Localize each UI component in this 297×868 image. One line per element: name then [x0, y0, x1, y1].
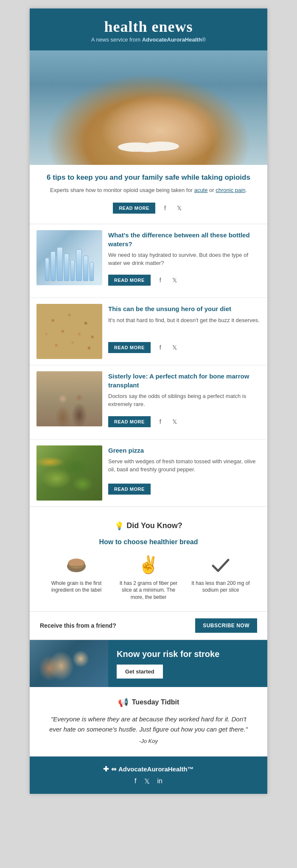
tidbit-quote: "Everyone is where they are at because t…	[47, 714, 250, 734]
sisters-facebook-icon[interactable]: f	[156, 417, 165, 426]
article-thumb-sisters	[36, 371, 102, 426]
article-content-water: What's the difference between all these …	[108, 230, 261, 292]
article-content-pizza: Green pizza Serve with wedges of fresh t…	[108, 445, 261, 501]
water-twitter-icon[interactable]: 𝕏	[170, 275, 179, 285]
hero-twitter-icon[interactable]: 𝕏	[175, 203, 184, 213]
tuesday-tidbit-section: 📢 Tuesday Tidbit "Everyone is where they…	[30, 687, 267, 757]
email-footer: ✚ ⇔ AdvocateAuroraHealth™ f 𝕏 in	[30, 757, 267, 794]
article-thumb-pizza	[36, 445, 102, 501]
hero-image	[30, 50, 267, 165]
article-desc-pizza: Serve with wedges of fresh tomato tossed…	[108, 458, 261, 476]
cross-icon: ✚	[103, 765, 109, 773]
article-content-sisters: Sisterly love: A perfect match for bone …	[108, 371, 261, 433]
checkmark-icon	[210, 554, 231, 576]
footer-facebook-icon[interactable]: f	[134, 777, 136, 785]
article-title-water: What's the difference between all these …	[108, 231, 261, 248]
hero-section: 6 tips to keep you and your family safe …	[30, 165, 267, 224]
sisters-twitter-icon[interactable]: 𝕏	[170, 417, 179, 426]
footer-social-links: f 𝕏 in	[38, 777, 259, 785]
beans-twitter-icon[interactable]: 𝕏	[170, 343, 179, 352]
article-thumb-water	[36, 230, 102, 285]
hero-actions: READ MORE f 𝕏	[47, 199, 250, 220]
lightbulb-icon: 💡	[115, 515, 124, 537]
bread-tips-container: Whole grain is the first ingredient on t…	[42, 554, 255, 601]
did-you-know-subtitle: How to choose healthier bread	[42, 538, 255, 546]
sisters-illustration	[36, 371, 102, 426]
hero-title: 6 tips to keep you and your family safe …	[47, 172, 250, 183]
article-thumb-beans	[36, 304, 102, 359]
pizza-read-more-button[interactable]: READ MORE	[108, 484, 151, 495]
stroke-banner: Know your risk for stroke Get started	[30, 640, 267, 687]
stroke-banner-content: Know your risk for stroke Get started	[108, 640, 267, 687]
hero-description: Experts share how to monitor opioid usag…	[47, 186, 250, 195]
peace-icon: ✌️	[138, 554, 159, 576]
stroke-banner-title: Know your risk for stroke	[117, 648, 259, 659]
pizza-illustration	[36, 445, 102, 501]
hand-illustration	[30, 50, 267, 165]
subscribe-prompt: Receive this from a friend?	[40, 622, 116, 629]
get-started-button[interactable]: Get started	[117, 665, 163, 679]
bread-tip-1: Whole grain is the first ingredient on t…	[42, 554, 110, 594]
water-facebook-icon[interactable]: f	[156, 275, 165, 285]
water-read-more-button[interactable]: READ MORE	[108, 275, 151, 286]
megaphone-icon: 📢	[118, 697, 129, 707]
article-row-pizza: Green pizza Serve with wedges of fresh t…	[30, 440, 267, 506]
article-actions-water: READ MORE f 𝕏	[108, 271, 261, 292]
article-title-sisters: Sisterly love: A perfect match for bone …	[108, 372, 261, 389]
did-you-know-header: 💡 Did You Know?	[42, 515, 255, 537]
email-header: health enews A news service from Advocat…	[30, 8, 267, 50]
stroke-banner-image	[30, 640, 108, 687]
did-you-know-section: 💡 Did You Know? How to choose healthier …	[30, 507, 267, 612]
hero-facebook-icon[interactable]: f	[160, 203, 170, 213]
bread-tip-3: It has less than 200 mg of sodium per sl…	[187, 554, 255, 594]
article-actions-pizza: READ MORE	[108, 480, 261, 501]
bread-tip-1-text: Whole grain is the first ingredient on t…	[42, 580, 110, 594]
article-row-beans: This can be the unsung hero of your diet…	[30, 298, 267, 365]
did-you-know-title: Did You Know?	[126, 521, 182, 530]
beans-read-more-button[interactable]: READ MORE	[108, 342, 151, 353]
article-row-water: What's the difference between all these …	[30, 224, 267, 298]
article-title-pizza: Green pizza	[108, 446, 261, 455]
article-title-beans: This can be the unsung hero of your diet	[108, 305, 261, 313]
sisters-read-more-button[interactable]: READ MORE	[108, 416, 151, 427]
header-subtitle: A news service from AdvocateAuroraHealth…	[38, 36, 259, 43]
footer-linkedin-icon[interactable]: in	[157, 777, 163, 785]
tidbit-author: -Jo Koy	[47, 738, 250, 744]
article-desc-beans: It's not that hard to find, but it doesn…	[108, 317, 261, 335]
water-bottles-illustration	[45, 247, 94, 281]
bread-tip-2-text: It has 2 grams of fiber per slice at a m…	[115, 580, 182, 601]
article-actions-sisters: READ MORE f 𝕏	[108, 413, 261, 433]
article-row-sisters: Sisterly love: A perfect match for bone …	[30, 365, 267, 439]
subscribe-now-button[interactable]: SUBSCRIBE NOW	[195, 618, 257, 633]
tidbit-title: Tuesday Tidbit	[132, 698, 179, 706]
footer-brand: ⇔ AdvocateAuroraHealth™	[111, 765, 193, 773]
bread-icon	[66, 554, 87, 576]
beans-facebook-icon[interactable]: f	[156, 343, 165, 352]
article-actions-beans: READ MORE f 𝕏	[108, 339, 261, 359]
beans-illustration	[36, 304, 102, 359]
footer-logo: ✚ ⇔ AdvocateAuroraHealth™	[38, 765, 259, 773]
hero-read-more-button[interactable]: READ MORE	[113, 203, 155, 214]
article-desc-sisters: Doctors say the odds of siblings being a…	[108, 392, 261, 409]
article-desc-water: We need to stay hydrated to survive. But…	[108, 251, 261, 267]
svg-point-2	[69, 559, 84, 567]
footer-twitter-icon[interactable]: 𝕏	[144, 777, 150, 785]
bread-tip-3-text: It has less than 200 mg of sodium per sl…	[187, 580, 255, 594]
subscribe-section: Receive this from a friend? SUBSCRIBE NO…	[30, 612, 267, 640]
header-title: health enews	[38, 18, 259, 36]
bread-tip-2: ✌️ It has 2 grams of fiber per slice at …	[115, 554, 182, 601]
article-content-beans: This can be the unsung hero of your diet…	[108, 304, 261, 359]
tidbit-header: 📢 Tuesday Tidbit	[47, 697, 250, 707]
